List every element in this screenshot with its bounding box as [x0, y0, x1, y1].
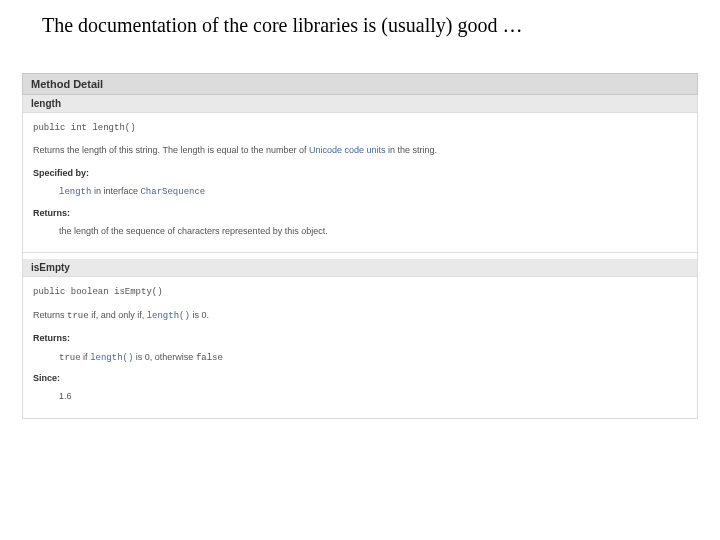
method-description: Returns the length of this string. The l… — [33, 143, 687, 157]
returns-text: the length of the sequence of characters… — [33, 224, 687, 238]
returns-mid1: if — [81, 352, 91, 362]
desc-code: true — [67, 311, 89, 321]
returns-link[interactable]: length() — [90, 353, 133, 363]
slide-title: The documentation of the core libraries … — [0, 0, 720, 37]
desc-pre: Returns — [33, 310, 67, 320]
desc-mid: if, and only if, — [89, 310, 147, 320]
method-signature: public int length() — [33, 121, 687, 135]
specified-mid: in interface — [91, 186, 140, 196]
returns-text: true if length() is 0, otherwise false — [33, 350, 687, 365]
returns-code: true — [59, 353, 81, 363]
returns-code2: false — [196, 353, 223, 363]
returns-label: Returns: — [33, 206, 687, 220]
method-block-isempty: isEmpty public boolean isEmpty() Returns… — [22, 259, 698, 418]
method-signature: public boolean isEmpty() — [33, 285, 687, 299]
specified-by-text: length in interface CharSequence — [33, 184, 687, 199]
desc-link[interactable]: Unicode code units — [309, 145, 386, 155]
desc-text-post: in the string. — [386, 145, 438, 155]
specified-interface-link[interactable]: CharSequence — [140, 187, 205, 197]
javadoc-panel: Method Detail length public int length()… — [22, 73, 698, 419]
specified-by-label: Specified by: — [33, 166, 687, 180]
desc-text: Returns the length of this string. The l… — [33, 145, 309, 155]
method-body-length: public int length() Returns the length o… — [23, 113, 697, 252]
method-name-length: length — [23, 95, 697, 113]
method-detail-header: Method Detail — [22, 73, 698, 95]
desc-post: is 0. — [190, 310, 209, 320]
desc-link[interactable]: length() — [147, 311, 190, 321]
method-block-length: length public int length() Returns the l… — [22, 95, 698, 253]
since-text: 1.6 — [33, 389, 687, 403]
method-body-isempty: public boolean isEmpty() Returns true if… — [23, 277, 697, 417]
specified-method-link[interactable]: length — [59, 187, 91, 197]
method-name-isempty: isEmpty — [23, 259, 697, 277]
returns-label: Returns: — [33, 331, 687, 345]
since-label: Since: — [33, 371, 687, 385]
method-description: Returns true if, and only if, length() i… — [33, 308, 687, 323]
returns-mid2: is 0, otherwise — [133, 352, 196, 362]
